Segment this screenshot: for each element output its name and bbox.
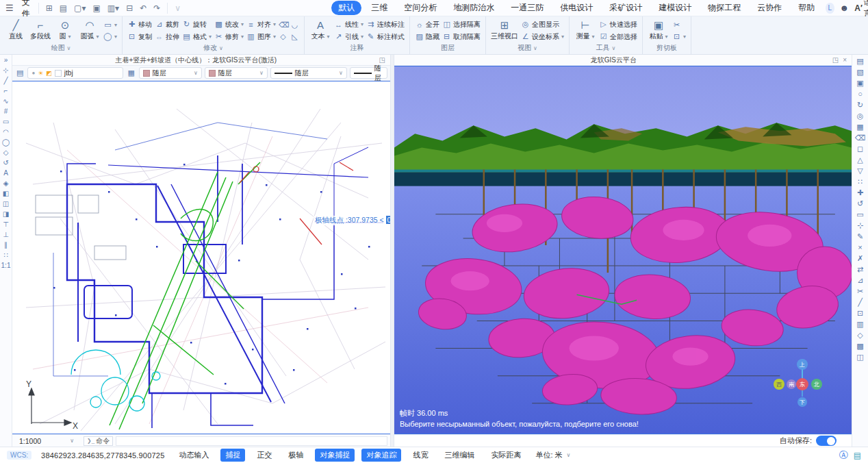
user-avatar-icon[interactable]: ☻ xyxy=(840,3,850,13)
ribbon-tab[interactable]: 采矿设计 xyxy=(602,1,649,15)
group-label-draw[interactable]: 绘图 ∨ xyxy=(5,43,117,54)
paste-button[interactable]: ▣粘贴 ▾ xyxy=(648,20,669,41)
hatch-tool-icon[interactable]: ◈ xyxy=(0,179,12,188)
rectangle-tool-icon[interactable]: ▭ xyxy=(0,118,12,126)
align-top-icon[interactable]: ⊤ xyxy=(0,221,12,229)
notes-icon[interactable]: ▤ xyxy=(854,451,861,460)
open-file-icon[interactable]: ▢▾ xyxy=(71,3,88,14)
ribbon-tab[interactable]: 三维 xyxy=(364,1,394,15)
redo-icon[interactable]: ↷ xyxy=(151,3,163,14)
color-dropdown-1[interactable]: 随层 ∨ xyxy=(139,67,202,79)
leader-button[interactable]: ↗引线▾ xyxy=(334,32,363,42)
measure-button[interactable]: ⊢测量 ▾ xyxy=(574,20,596,41)
trim-button[interactable]: ✂修剪▾ xyxy=(214,32,244,42)
layer-manager-icon[interactable]: ▤ xyxy=(15,68,25,77)
fit-view-button[interactable]: ◎全图显示 xyxy=(521,20,564,29)
rotate-icon[interactable]: ↺ xyxy=(852,199,868,208)
align-button[interactable]: ≡对齐▾ xyxy=(246,20,276,29)
polygon-tool-icon[interactable]: ◇ xyxy=(0,149,12,157)
distribute-icon[interactable]: ∥ xyxy=(0,241,12,249)
box-select-icon[interactable]: ◻ xyxy=(852,144,868,153)
copy-clip-button[interactable]: ⊡▾ xyxy=(672,32,686,41)
ribbon-tab[interactable]: 供电设计 xyxy=(553,1,600,15)
isolate-button[interactable]: ◫选择隔离 xyxy=(442,20,481,29)
box-3d-button[interactable]: ◇ xyxy=(279,32,288,41)
spline-tool-icon[interactable]: ∿ xyxy=(0,97,12,105)
viewport-3d-button[interactable]: ⊞三维视口 xyxy=(491,20,518,41)
ribbon-tab[interactable]: 建模设计 xyxy=(652,1,698,15)
point-move-icon[interactable]: ⊹ xyxy=(852,221,868,230)
align-right-icon[interactable]: ◨ xyxy=(0,210,12,218)
cone-warning-icon[interactable]: △ xyxy=(852,155,868,164)
region-select-icon[interactable]: ▣ xyxy=(852,78,868,88)
delete-button[interactable]: ⌫ xyxy=(279,21,288,29)
flip-icon[interactable]: ▽ xyxy=(852,166,868,175)
navigation-gizmo[interactable]: 上 下 西 南 东 北 xyxy=(771,355,834,413)
ribbon-tab[interactable]: 一通三防 xyxy=(504,1,550,15)
chamfer-button[interactable]: ◺ xyxy=(290,32,299,41)
scale-select[interactable]: 1:1000∨ xyxy=(19,437,81,445)
swap-icon[interactable]: ⇄ xyxy=(852,264,868,274)
maximize-icon[interactable]: ◳ xyxy=(377,56,387,64)
move-icon[interactable]: ✚ xyxy=(852,188,868,197)
attach-image-icon[interactable]: ▤ xyxy=(852,56,868,66)
node-edit-icon[interactable]: ∷ xyxy=(0,251,12,260)
point-tool-icon[interactable]: ⊹ xyxy=(0,66,12,75)
align-center-icon[interactable]: ◫ xyxy=(0,200,12,208)
refresh-icon[interactable]: ↻ xyxy=(852,100,868,110)
continuous-dim-button[interactable]: ⇉连续标注 xyxy=(366,20,405,29)
ellipse-button[interactable]: ◯▾ xyxy=(103,32,117,41)
line-tool-icon[interactable]: ╱ xyxy=(0,77,12,85)
circle-tool-icon[interactable]: ◯ xyxy=(0,138,12,147)
layer-states-icon[interactable]: ▦ xyxy=(126,68,136,77)
text-button[interactable]: A文本 ▾ xyxy=(309,20,331,41)
status-toggle[interactable]: 实际距离 xyxy=(486,449,526,462)
save-icon[interactable]: ▣ xyxy=(90,3,103,14)
color-dropdown-2[interactable]: 随层 ∨ xyxy=(205,67,268,79)
stretch-button[interactable]: ⇔拉伸 xyxy=(155,32,179,42)
gis-3d-canvas[interactable]: 帧时 36.00 ms Выберите несырьманный объект… xyxy=(394,66,852,434)
unit-select[interactable]: 单位: 米∨ xyxy=(535,450,570,460)
status-toggle[interactable]: 极轴 xyxy=(283,449,308,462)
line-button[interactable]: ╱直线 xyxy=(5,20,27,41)
lineweight-dropdown[interactable]: 随层 xyxy=(350,67,387,79)
circle-button[interactable]: ⊙圆 ▾ xyxy=(54,20,76,41)
break-all-icon[interactable]: ✗ xyxy=(852,253,868,263)
status-toggle[interactable]: 线宽 xyxy=(408,449,433,462)
rectangle-icon[interactable]: ▭ xyxy=(852,210,868,219)
command-input[interactable] xyxy=(116,436,387,446)
polyline-button[interactable]: ⌐多段线 xyxy=(29,20,51,41)
save-as-icon[interactable]: ▥▾ xyxy=(105,3,122,14)
unisolate-button[interactable]: ⊟取消隔离 xyxy=(442,32,481,42)
rotate-button[interactable]: ↻旋转 xyxy=(182,20,212,29)
line-edit-icon[interactable]: ╱ xyxy=(852,297,868,307)
hamburger-menu-icon[interactable]: ☰ xyxy=(5,3,14,13)
fillet-button[interactable]: ◡ xyxy=(290,21,299,29)
layer-combo[interactable]: ● ☀ ◩ jtbj xyxy=(27,67,123,79)
cut-button[interactable]: ✂ xyxy=(672,21,686,29)
group-label-view[interactable]: 视图 ∨ xyxy=(491,43,564,54)
print-icon[interactable]: ⊟ xyxy=(123,3,136,14)
set-cs-button[interactable]: ∠设坐标系▾ xyxy=(521,32,564,42)
group-label-tools[interactable]: 工具 ∨ xyxy=(574,43,637,54)
scale-1-1-icon[interactable]: 1:1 xyxy=(0,262,12,270)
assistant-a-icon[interactable]: Ⓐ xyxy=(839,449,848,462)
scissors-icon[interactable]: ✂ xyxy=(852,286,868,296)
ribbon-tab[interactable]: 地测防治水 xyxy=(446,1,501,15)
break-icon[interactable]: × xyxy=(852,242,868,252)
status-toggle[interactable]: 捕捉 xyxy=(220,449,245,462)
blocks-icon[interactable]: ∷ xyxy=(852,177,868,186)
trace-tool-icon[interactable]: # xyxy=(0,108,12,116)
undo-icon[interactable]: ↶ xyxy=(137,3,149,14)
maximize-icon[interactable]: ◳ xyxy=(830,56,841,64)
window-edit-icon[interactable]: ◫ xyxy=(852,352,868,362)
locate-icon[interactable]: ◎ xyxy=(852,111,868,121)
clip-image-icon[interactable]: ▧ xyxy=(852,67,868,77)
layers-all-on-button[interactable]: ☼全开 xyxy=(415,20,439,29)
copy-button[interactable]: ⊡复制 xyxy=(127,32,152,42)
dim-style-button[interactable]: ✎标注样式 xyxy=(366,32,405,42)
revcloud-tool-icon[interactable]: ↺ xyxy=(0,159,12,167)
align-bottom-icon[interactable]: ⊥ xyxy=(0,231,12,239)
paste-icon[interactable]: ▥ xyxy=(852,319,868,329)
polyline-tool-icon[interactable]: ⌐ xyxy=(0,87,12,95)
